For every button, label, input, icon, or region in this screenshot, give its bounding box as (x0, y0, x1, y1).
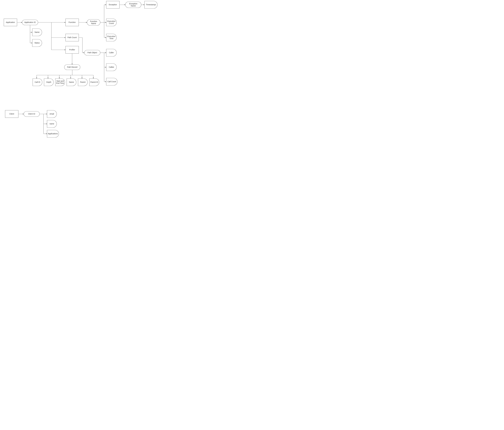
node-client-id: Client ID (24, 111, 40, 117)
label-path-count: Path Count (67, 36, 77, 38)
label-exception-name1: Exception (129, 3, 137, 5)
node-path-count: Path Count (65, 34, 79, 41)
node-status: Status (32, 39, 42, 47)
node-application: Application (4, 19, 17, 26)
label-exception-name2: Name (131, 5, 136, 7)
label-profiler: Profiler (69, 49, 75, 51)
node-applications: Applications (47, 130, 59, 137)
label-call-id: Call ID (35, 81, 40, 83)
label-execution-time1: Execution (107, 35, 115, 37)
label-application-id: Application ID (24, 21, 36, 23)
node-call-count: Call Count (106, 78, 117, 85)
node-parent: Parent (78, 79, 88, 86)
label-name: Name (35, 31, 40, 33)
label-application: Application (6, 21, 15, 23)
label-start-end1: Start and (56, 80, 64, 82)
label-client-id: Client ID (28, 113, 35, 115)
node-call-id: Call ID (33, 79, 42, 86)
node-start-end: Start and End Time (55, 79, 65, 86)
label-function-name2: Name (91, 22, 96, 25)
node-client: Client (5, 110, 18, 118)
diagram-canvas: Application Application ID Name Status F… (0, 0, 163, 139)
node-application-id: Application ID (22, 20, 38, 25)
label-callee: Callee (109, 66, 114, 68)
node-timestamps: TImestamps (144, 1, 157, 9)
node-profiler: Profiler (65, 46, 79, 54)
node-caller: Caller (106, 49, 117, 56)
node-pr-name: Name (67, 79, 76, 86)
node-depth: Depth (44, 79, 54, 86)
node-name: Name (32, 29, 42, 36)
label-cname: name (49, 123, 54, 125)
label-function: Function (69, 21, 76, 23)
label-timestamps: TImestamps (146, 4, 156, 6)
edge-pathcount-elbow (79, 37, 82, 53)
label-call-count: Call Count (108, 81, 116, 83)
label-path-record: Path Record (67, 66, 77, 68)
label-start-end2: End Time (56, 82, 64, 84)
label-depth: Depth (46, 81, 51, 83)
node-execution-time: Execution Time (106, 34, 117, 41)
label-exception: Exception (109, 4, 117, 6)
label-execution-time2: Time (109, 37, 114, 40)
node-execution-count: Execution Count (106, 19, 117, 26)
node-function: Function (65, 19, 79, 26)
label-function-name1: Function (90, 20, 97, 22)
node-parent-id: Parent ID (89, 79, 99, 86)
label-caller: Caller (109, 52, 114, 54)
node-callee: Callee (106, 63, 117, 71)
node-path-record: Path Record (64, 64, 80, 70)
node-exception: Exception (106, 1, 119, 9)
label-execution-count1: Execution (107, 20, 115, 22)
label-pr-name: Name (69, 81, 74, 83)
label-execution-count2: Count (109, 22, 114, 24)
label-path-object: Path Object (87, 52, 97, 54)
node-function-name: Function Name (87, 19, 100, 26)
label-applications: Applications (48, 133, 58, 135)
label-client: Client (9, 113, 14, 115)
label-parent: Parent (80, 81, 85, 83)
label-email: email (50, 113, 54, 115)
label-status: Status (34, 42, 40, 44)
node-path-object: Path Object (84, 50, 100, 55)
node-email: email (47, 110, 57, 118)
node-cname: name (47, 120, 57, 127)
node-exception-name: Exception Name (125, 2, 141, 8)
label-parent-id: Parent ID (90, 81, 98, 83)
